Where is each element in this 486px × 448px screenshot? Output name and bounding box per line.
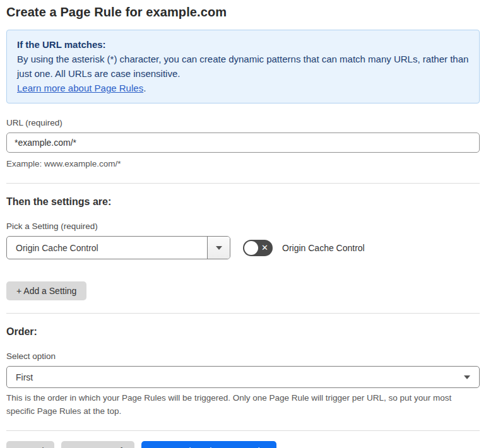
setting-select-arrow-button[interactable]: [207, 237, 230, 259]
order-heading: Order:: [6, 326, 480, 338]
info-box-body: By using the asterisk (*) character, you…: [17, 52, 469, 81]
page-rule-form: Create a Page Rule for example.com If th…: [0, 0, 486, 448]
setting-select[interactable]: Origin Cache Control: [6, 236, 230, 259]
select-option-label: Select option: [6, 351, 480, 361]
order-helper-text: This is the order in which your Page Rul…: [6, 391, 480, 418]
toggle-knob: [244, 241, 258, 255]
cancel-button[interactable]: Cancel: [6, 441, 54, 448]
url-match-info-box: If the URL matches: By using the asteris…: [6, 30, 480, 103]
origin-cache-control-toggle[interactable]: ✕: [243, 240, 273, 256]
link-period: .: [143, 83, 146, 93]
url-example-helper: Example: www.example.com/*: [6, 157, 480, 170]
learn-more-link[interactable]: Learn more about Page Rules: [17, 83, 143, 93]
info-box-link-line: Learn more about Page Rules.: [17, 81, 469, 95]
setting-select-value: Origin Cache Control: [7, 237, 207, 259]
order-select-value: First: [16, 372, 33, 382]
footer-actions: Cancel Save as Draft Save and Deploy Pag…: [6, 441, 480, 448]
divider: [6, 183, 480, 184]
url-input[interactable]: [6, 133, 480, 153]
url-label: URL (required): [6, 118, 480, 127]
toggle-label: Origin Cache Control: [282, 243, 365, 253]
save-draft-button[interactable]: Save as Draft: [61, 441, 135, 448]
chevron-down-icon: [464, 375, 470, 379]
divider: [6, 430, 480, 431]
add-setting-button[interactable]: + Add a Setting: [6, 281, 86, 300]
toggle-off-x-icon: ✕: [261, 244, 268, 252]
setting-row: Origin Cache Control ✕ Origin Cache Cont…: [6, 236, 480, 259]
info-box-heading: If the URL matches:: [17, 37, 469, 52]
order-select[interactable]: First: [6, 366, 480, 388]
settings-heading: Then the settings are:: [6, 196, 480, 208]
chevron-down-icon: [216, 246, 222, 250]
page-title: Create a Page Rule for example.com: [6, 5, 480, 20]
pick-setting-label: Pick a Setting (required): [6, 221, 480, 231]
divider: [6, 313, 480, 314]
save-deploy-button[interactable]: Save and Deploy Page Rule: [141, 441, 276, 448]
